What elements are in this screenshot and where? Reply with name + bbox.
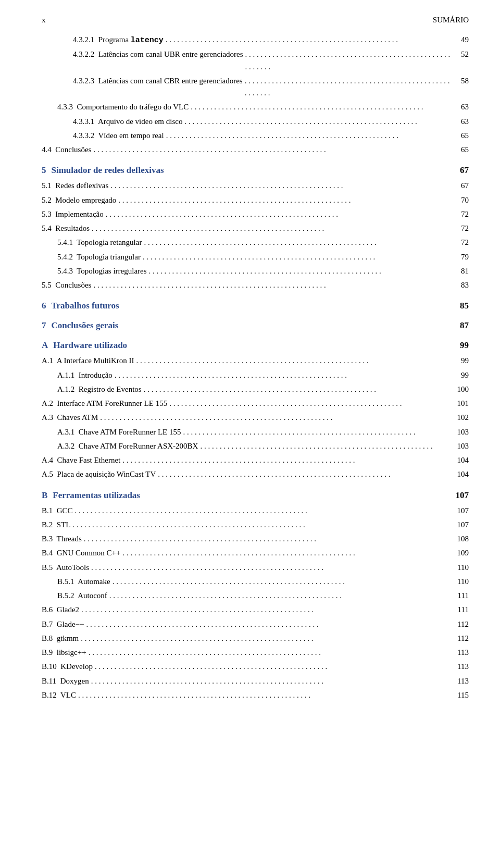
page-header: x SUMÁRIO [42,16,469,24]
toc-label: 4.3.3 Comportamento do tráfego do VLC [57,101,189,113]
toc-page: 49 [454,34,469,46]
toc-entry: B.12 VLC . . . . . . . . . . . . . . . .… [42,689,469,701]
toc-entry: B.4 GNU Common C++ . . . . . . . . . . .… [42,547,469,559]
toc-page: 99 [454,369,469,381]
toc-page: 72 [454,208,469,220]
toc-label: A.3.1 Chave ATM ForeRunner LE 155 [57,426,181,438]
toc-page: 112 [454,618,469,630]
chapter-num: B [42,490,47,501]
toc-dots: . . . . . . . . . . . . . . . . . . . . … [92,222,452,234]
toc-label: 4.3.2.1 Programa latency [73,34,164,46]
toc-entry: B.6 Glade2 . . . . . . . . . . . . . . .… [42,604,469,616]
chapter-heading: 6Trabalhos futuros85 [42,301,469,311]
toc-entry: B.1 GCC . . . . . . . . . . . . . . . . … [42,505,469,517]
toc-entry: 5.4 Resultados . . . . . . . . . . . . .… [42,222,469,234]
toc-entry: 5.5 Conclusões . . . . . . . . . . . . .… [42,279,469,291]
chapter-heading: 5Simulador de redes deflexivas67 [42,165,469,176]
toc-page: 63 [454,101,469,113]
toc-entry: B.5 AutoTools . . . . . . . . . . . . . … [42,562,469,574]
toc-page: 101 [454,398,469,410]
toc-dots: . . . . . . . . . . . . . . . . . . . . … [166,34,452,46]
toc-label: 4.3.2.2 Latências com canal UBR entre ge… [73,48,243,60]
toc-dots: . . . . . . . . . . . . . . . . . . . . … [184,116,452,128]
toc-label: 4.3.3.1 Arquivo de vídeo em disco [73,116,182,128]
chapter-page: 107 [454,490,469,501]
chapter-heading: BFerramentas utilizadas107 [42,490,469,501]
toc-dots: . . . . . . . . . . . . . . . . . . . . … [95,661,452,673]
toc-page: 109 [454,547,469,559]
chapter-heading: AHardware utilizado99 [42,340,469,351]
chapter-page: 85 [454,301,469,311]
toc-dots: . . . . . . . . . . . . . . . . . . . . … [191,101,452,113]
toc-dots: . . . . . . . . . . . . . . . . . . . . … [115,369,452,381]
toc-entry: B.2 STL . . . . . . . . . . . . . . . . … [42,519,469,531]
toc-label: A.1.2 Registro de Eventos [57,383,142,395]
toc-page: 113 [454,675,469,687]
toc-label: B.2 STL [42,519,70,531]
toc-dots: . . . . . . . . . . . . . . . . . . . . … [144,383,452,395]
toc-dots: . . . . . . . . . . . . . . . . . . . . … [81,604,452,616]
toc-page: 108 [454,533,469,545]
chapter-title: Simulador de redes deflexivas [52,165,455,176]
toc-label: A.1.1 Introdução [57,369,113,381]
toc-entry: A.3.2 Chave ATM ForeRunner ASX-200BX . .… [42,440,469,452]
toc-dots: . . . . . . . . . . . . . . . . . . . . … [122,454,452,466]
toc-page: 104 [454,454,469,466]
toc-page: 103 [454,440,469,452]
toc-entry: 5.4.3 Topologias irregulares . . . . . .… [42,265,469,277]
toc-label: A.3.2 Chave ATM ForeRunner ASX-200BX [57,440,198,452]
toc-entry: A.1.1 Introdução . . . . . . . . . . . .… [42,369,469,381]
toc-entry: A.1.2 Registro de Eventos . . . . . . . … [42,383,469,395]
toc-dots: . . . . . . . . . . . . . . . . . . . . … [75,505,452,517]
toc-dots: . . . . . . . . . . . . . . . . . . . . … [149,265,452,277]
toc-page: 107 [454,519,469,531]
toc-dots: . . . . . . . . . . . . . . . . . . . . … [81,633,452,644]
toc-page: 111 [454,604,469,616]
toc-dots: . . . . . . . . . . . . . . . . . . . . … [113,576,452,588]
toc-page: 107 [454,505,469,517]
header-right: SUMÁRIO [433,16,469,24]
chapter-page: 87 [454,320,469,331]
toc-label: B.10 KDevelop [42,661,93,673]
toc-page: 65 [454,144,469,156]
toc-entry: B.3 Threads . . . . . . . . . . . . . . … [42,533,469,545]
toc-dots: . . . . . . . . . . . . . . . . . . . . … [158,468,452,480]
toc-label: B.3 Threads [42,533,82,545]
toc-dots: . . . . . . . . . . . . . . . . . . . . … [245,75,452,100]
toc-label: B.5.2 Autoconf [57,590,107,602]
toc-page: 65 [454,130,469,142]
toc-dots: . . . . . . . . . . . . . . . . . . . . … [109,590,452,602]
toc-label: B.5.1 Automake [57,576,110,588]
toc-label: B.11 Doxygen [42,675,89,687]
toc-dots: . . . . . . . . . . . . . . . . . . . . … [100,412,452,424]
toc-label: B.6 Glade2 [42,604,79,616]
toc-label: 5.4 Resultados [42,222,90,234]
chapter-num: 7 [42,320,46,331]
toc-page: 70 [454,194,469,206]
toc-page: 102 [454,412,469,424]
toc-label: A.4 Chave Fast Ethernet [42,454,120,466]
toc-page: 79 [454,251,469,263]
toc-entry: A.3 Chaves ATM . . . . . . . . . . . . .… [42,412,469,424]
toc-dots: . . . . . . . . . . . . . . . . . . . . … [166,130,452,142]
toc-entry: B.7 Glade−− . . . . . . . . . . . . . . … [42,618,469,630]
toc-entry: 4.3.2.2 Latências com canal UBR entre ge… [42,48,469,73]
toc-dots: . . . . . . . . . . . . . . . . . . . . … [200,440,452,452]
toc-dots: . . . . . . . . . . . . . . . . . . . . … [169,398,452,410]
toc-label: 5.4.2 Topologia triangular [57,251,141,263]
toc-entry: B.9 libsigc++ . . . . . . . . . . . . . … [42,647,469,659]
toc-page: 111 [454,590,469,602]
toc-page: 113 [454,647,469,659]
header-left: x [42,16,46,24]
toc-entry: B.10 KDevelop . . . . . . . . . . . . . … [42,661,469,673]
chapter-title: Ferramentas utilizadas [53,490,454,501]
toc-entry: 5.4.2 Topologia triangular . . . . . . .… [42,251,469,263]
toc-entry: A.1 A Interface MultiKron II . . . . . .… [42,355,469,367]
toc-entry: A.2 Interface ATM ForeRunner LE 155 . . … [42,398,469,410]
toc-label: B.12 VLC [42,689,76,701]
toc-entry: 5.4.1 Topologia retangular . . . . . . .… [42,237,469,249]
toc-label: A.5 Placa de aquisição WinCast TV [42,468,156,480]
toc-page: 72 [454,222,469,234]
chapter-num: A [42,340,48,351]
toc-label: 4.3.3.2 Vídeo em tempo real [73,130,164,142]
